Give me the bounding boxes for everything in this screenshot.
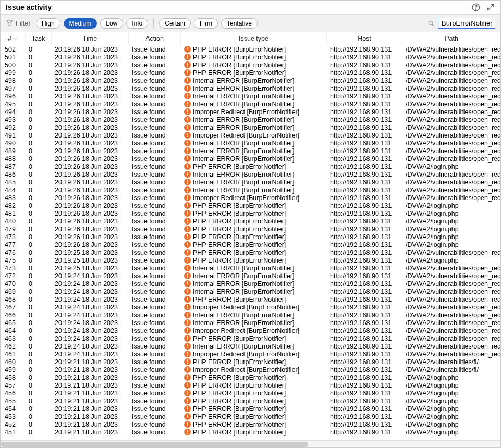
- filter-pill-tentative[interactable]: Tentative: [221, 18, 258, 29]
- cell-time: 20:19:26 18 Jun 2023: [52, 202, 129, 209]
- cell-time: 20:19:21 18 Jun 2023: [52, 397, 129, 405]
- cell-issue: !PHP ERROR [BurpErrorNotifier]: [181, 46, 327, 53]
- table-row[interactable]: 455020:19:21 18 Jun 2023Issue found!PHP …: [1, 397, 500, 405]
- cell-task: 0: [26, 241, 52, 248]
- cell-task: 0: [26, 77, 52, 84]
- filter-pill-firm[interactable]: Firm: [194, 18, 218, 29]
- cell-num: 501: [1, 54, 26, 61]
- table-row[interactable]: 451020:19:21 18 Jun 2023Issue found!PHP …: [1, 428, 500, 436]
- cell-path: /DVWA2/vulnerabilities/open_redire: [402, 265, 500, 272]
- col-header-task[interactable]: Task: [26, 32, 52, 45]
- table-row[interactable]: 473020:19:25 18 Jun 2023Issue found!Inte…: [1, 264, 500, 272]
- table-row[interactable]: 478020:19:26 18 Jun 2023Issue found!PHP …: [1, 233, 500, 241]
- table-row[interactable]: 469020:19:24 18 Jun 2023Issue found!Inte…: [1, 288, 500, 295]
- table-row[interactable]: 487020:19:26 18 Jun 2023Issue found!PHP …: [1, 163, 500, 170]
- col-header-path[interactable]: Path: [402, 32, 500, 45]
- table-row[interactable]: 498020:19:26 18 Jun 2023Issue found!Inte…: [1, 77, 500, 84]
- cell-host: http://192.168.90.131: [327, 116, 402, 123]
- table-row[interactable]: 468020:19:24 18 Jun 2023Issue found!PHP …: [1, 295, 500, 303]
- table-row[interactable]: 466020:19:24 18 Jun 2023Issue found!Inte…: [1, 311, 500, 319]
- table-row[interactable]: 481020:19:26 18 Jun 2023Issue found!PHP …: [1, 209, 500, 217]
- cell-time: 20:19:21 18 Jun 2023: [52, 382, 129, 389]
- cell-task: 0: [26, 54, 52, 61]
- table-row[interactable]: 499020:19:26 18 Jun 2023Issue found!PHP …: [1, 69, 500, 77]
- cell-issue: !PHP ERROR [BurpErrorNotifier]: [181, 233, 327, 241]
- cell-issue: !PHP ERROR [BurpErrorNotifier]: [181, 429, 327, 436]
- filter-pill-certain[interactable]: Certain: [159, 18, 191, 29]
- table-row[interactable]: 479020:19:26 18 Jun 2023Issue found!PHP …: [1, 225, 500, 233]
- table-row[interactable]: 500020:19:26 18 Jun 2023Issue found!PHP …: [1, 61, 500, 69]
- table-body[interactable]: 502020:19:26 18 Jun 2023Issue found!PHP …: [1, 45, 500, 440]
- table-row[interactable]: 491020:19:26 18 Jun 2023Issue found!Impr…: [1, 131, 500, 139]
- table-row[interactable]: 493020:19:26 18 Jun 2023Issue found!Inte…: [1, 116, 500, 123]
- table-row[interactable]: 475020:19:25 18 Jun 2023Issue found!PHP …: [1, 256, 500, 264]
- table-row[interactable]: 462020:19:24 18 Jun 2023Issue found!Inte…: [1, 342, 500, 350]
- cell-path: /DVWA2/vulnerabilities/open_redire: [402, 351, 500, 358]
- filter-pill-low[interactable]: Low: [100, 18, 123, 29]
- severity-icon: !: [184, 116, 191, 123]
- cell-issue: !PHP ERROR [BurpErrorNotifier]: [181, 374, 327, 381]
- horizontal-scrollbar[interactable]: [1, 440, 500, 447]
- table-row[interactable]: 489020:19:26 18 Jun 2023Issue found!Inte…: [1, 147, 500, 155]
- cell-host: http://192.168.90.131: [327, 93, 402, 100]
- cell-action: Issue found: [129, 405, 181, 413]
- cell-num: 500: [1, 61, 26, 69]
- table-row[interactable]: 492020:19:26 18 Jun 2023Issue found!Inte…: [1, 123, 500, 131]
- severity-icon: !: [184, 202, 191, 209]
- cell-num: 488: [1, 155, 26, 163]
- table-row[interactable]: 486020:19:26 18 Jun 2023Issue found!Inte…: [1, 170, 500, 178]
- cell-task: 0: [26, 140, 52, 147]
- table-row[interactable]: 496020:19:26 18 Jun 2023Issue found!Inte…: [1, 92, 500, 100]
- table-row[interactable]: 490020:19:26 18 Jun 2023Issue found!Inte…: [1, 139, 500, 147]
- search-input[interactable]: [438, 18, 495, 29]
- table-row[interactable]: 459020:19:21 18 Jun 2023Issue found!Impr…: [1, 366, 500, 374]
- table-row[interactable]: 495020:19:26 18 Jun 2023Issue found!Inte…: [1, 100, 500, 108]
- filter-pill-high[interactable]: High: [36, 18, 60, 29]
- table-row[interactable]: 480020:19:26 18 Jun 2023Issue found!PHP …: [1, 217, 500, 225]
- table-row[interactable]: 464020:19:24 18 Jun 2023Issue found!Impr…: [1, 327, 500, 334]
- table-row[interactable]: 465020:19:24 18 Jun 2023Issue found!Inte…: [1, 319, 500, 327]
- cell-num: 458: [1, 374, 26, 381]
- filter-pill-info[interactable]: Info: [126, 18, 148, 29]
- table-row[interactable]: 502020:19:26 18 Jun 2023Issue found!PHP …: [1, 45, 500, 53]
- table-row[interactable]: 453020:19:21 18 Jun 2023Issue found!PHP …: [1, 413, 500, 420]
- table-row[interactable]: 484020:19:26 18 Jun 2023Issue found!Inte…: [1, 186, 500, 194]
- table-row[interactable]: 483020:19:26 18 Jun 2023Issue found!Impr…: [1, 194, 500, 202]
- col-header-time[interactable]: Time: [52, 32, 129, 45]
- cell-action: Issue found: [129, 288, 181, 295]
- col-header-num[interactable]: #: [1, 32, 26, 45]
- table-row[interactable]: 463020:19:24 18 Jun 2023Issue found!PHP …: [1, 334, 500, 342]
- scrollbar-thumb[interactable]: [1, 442, 308, 447]
- table-row[interactable]: 454020:19:21 18 Jun 2023Issue found!PHP …: [1, 405, 500, 413]
- table-row[interactable]: 457020:19:21 18 Jun 2023Issue found!PHP …: [1, 381, 500, 389]
- expand-icon[interactable]: [486, 3, 495, 12]
- table-row[interactable]: 482020:19:26 18 Jun 2023Issue found!PHP …: [1, 202, 500, 209]
- table-row[interactable]: 477020:19:26 18 Jun 2023Issue found!PHP …: [1, 241, 500, 248]
- table-row[interactable]: 497020:19:26 18 Jun 2023Issue found!Inte…: [1, 84, 500, 92]
- cell-num: 486: [1, 171, 26, 178]
- col-header-host[interactable]: Host: [327, 32, 402, 45]
- cell-num: 453: [1, 413, 26, 420]
- cell-task: 0: [26, 69, 52, 77]
- help-icon[interactable]: [471, 3, 481, 12]
- table-row[interactable]: 470020:19:24 18 Jun 2023Issue found!Inte…: [1, 280, 500, 288]
- table-row[interactable]: 452020:19:21 18 Jun 2023Issue found!PHP …: [1, 420, 500, 428]
- table-row[interactable]: 494020:19:26 18 Jun 2023Issue found!Impr…: [1, 108, 500, 116]
- col-header-issue[interactable]: Issue type: [181, 32, 327, 45]
- table-row[interactable]: 501020:19:26 18 Jun 2023Issue found!PHP …: [1, 53, 500, 61]
- cell-task: 0: [26, 288, 52, 295]
- table-row[interactable]: 472020:19:24 18 Jun 2023Issue found!Inte…: [1, 272, 500, 280]
- col-header-action[interactable]: Action: [129, 32, 181, 45]
- severity-icon: !: [184, 335, 191, 342]
- table-row[interactable]: 485020:19:26 18 Jun 2023Issue found!Inte…: [1, 178, 500, 186]
- filter-label[interactable]: Filter: [6, 19, 31, 27]
- table-row[interactable]: 456020:19:21 18 Jun 2023Issue found!PHP …: [1, 389, 500, 397]
- cell-num: 502: [1, 46, 26, 53]
- table-row[interactable]: 458020:19:21 18 Jun 2023Issue found!PHP …: [1, 374, 500, 381]
- filter-pill-medium[interactable]: Medium: [64, 18, 97, 29]
- table-row[interactable]: 467020:19:24 18 Jun 2023Issue found!Impr…: [1, 303, 500, 311]
- table-row[interactable]: 488020:19:26 18 Jun 2023Issue found!Inte…: [1, 155, 500, 163]
- table-row[interactable]: 476020:19:25 18 Jun 2023Issue found!PHP …: [1, 248, 500, 256]
- table-row[interactable]: 461020:19:24 18 Jun 2023Issue found!Impr…: [1, 350, 500, 358]
- table-row[interactable]: 460020:19:21 18 Jun 2023Issue found!PHP …: [1, 358, 500, 366]
